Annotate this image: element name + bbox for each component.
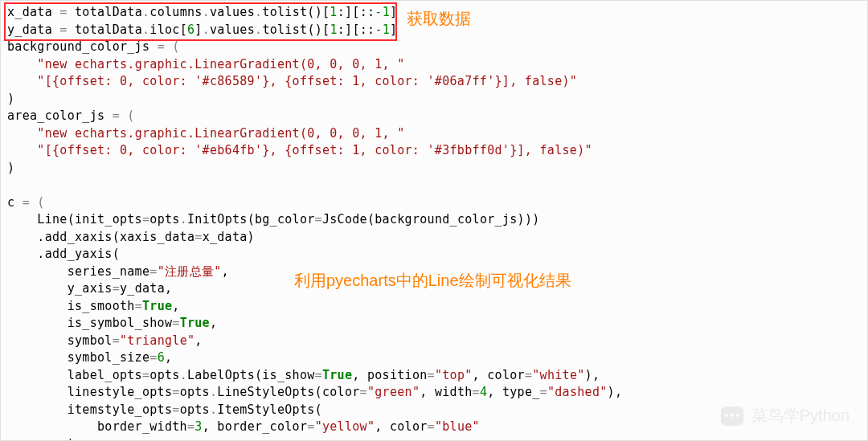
watermark-text: 菜鸟学Python: [751, 407, 850, 425]
code-block: x_data = totalData.columns.values.tolist…: [1, 1, 867, 441]
chat-bubble-icon: [721, 406, 743, 426]
watermark: 菜鸟学Python: [721, 406, 850, 426]
